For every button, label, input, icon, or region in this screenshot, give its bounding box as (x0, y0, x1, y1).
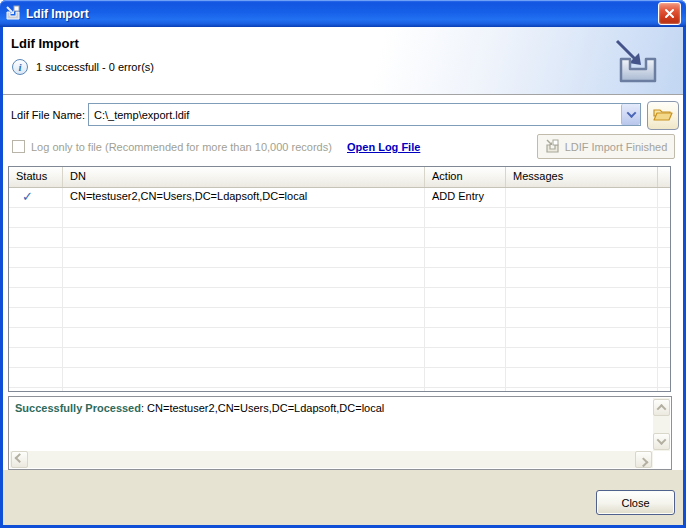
chevron-left-icon (15, 453, 25, 463)
empty-cell (658, 368, 670, 387)
results-table: Status DN Action Messages ✓ CN=testuser2… (8, 166, 671, 392)
column-header-dn[interactable]: DN (63, 167, 425, 187)
log-only-to-file-checkbox[interactable] (12, 140, 25, 153)
empty-cell (425, 208, 506, 227)
ldif-file-name-input[interactable] (89, 104, 621, 125)
close-icon[interactable] (658, 2, 681, 25)
table-row-empty (9, 328, 670, 348)
empty-cell (658, 388, 670, 392)
row-action-cell: ADD Entry (425, 188, 506, 207)
empty-cell (425, 368, 506, 387)
table-row-empty (9, 348, 670, 368)
empty-cell (9, 288, 63, 307)
empty-cell (9, 208, 63, 227)
empty-cell (63, 208, 425, 227)
chevron-down-icon (626, 108, 636, 118)
title-bar[interactable]: Ldif Import (0, 0, 686, 27)
empty-cell (506, 388, 658, 392)
result-log-panel: Successfully Processed: CN=testuser2,CN=… (8, 396, 672, 470)
empty-cell (63, 248, 425, 267)
table-body: ✓ CN=testuser2,CN=Users,DC=Ldapsoft,DC=l… (9, 188, 670, 392)
empty-cell (9, 248, 63, 267)
table-header: Status DN Action Messages (9, 167, 670, 188)
row-messages-cell (506, 188, 658, 207)
row-dn-cell: CN=testuser2,CN=Users,DC=Ldapsoft,DC=loc… (63, 188, 425, 207)
successfully-processed-label: Successfully Processed (15, 402, 141, 414)
ldif-import-banner-icon (611, 37, 665, 89)
table-row-empty (9, 228, 670, 248)
table-row-empty (9, 208, 670, 228)
empty-cell (9, 328, 63, 347)
chevron-down-icon (657, 435, 667, 445)
empty-cell (9, 268, 63, 287)
empty-cell (658, 248, 670, 267)
info-icon: i (12, 59, 28, 75)
empty-cell (506, 288, 658, 307)
empty-cell (658, 268, 670, 287)
table-row[interactable]: ✓ CN=testuser2,CN=Users,DC=Ldapsoft,DC=l… (9, 188, 670, 208)
open-log-file-link[interactable]: Open Log File (347, 141, 420, 153)
empty-cell (425, 348, 506, 367)
column-header-action[interactable]: Action (425, 167, 506, 187)
empty-cell (425, 308, 506, 327)
combo-dropdown-button[interactable] (621, 104, 640, 125)
column-header-filler (658, 167, 670, 187)
empty-cell (9, 388, 63, 392)
ldif-file-name-combo (88, 103, 641, 126)
header-banner: Ldif Import i 1 successfull - 0 error(s) (3, 27, 683, 94)
ldif-file-name-label: Ldif File Name: (11, 109, 85, 121)
row-filler-cell (658, 188, 670, 207)
empty-cell (9, 368, 63, 387)
empty-cell (63, 268, 425, 287)
empty-cell (425, 248, 506, 267)
processed-dn-text: : CN=testuser2,CN=Users,DC=Ldapsoft,DC=l… (141, 402, 384, 414)
empty-cell (9, 308, 63, 327)
ldif-import-dialog: Ldif Import Ldif Import i 1 successfull … (0, 0, 686, 528)
scroll-down-button[interactable] (653, 433, 670, 450)
table-row-empty (9, 368, 670, 388)
scroll-left-button[interactable] (11, 451, 28, 468)
ldif-import-window-icon (5, 5, 21, 23)
horizontal-scrollbar[interactable] (10, 451, 653, 468)
table-row-empty (9, 268, 670, 288)
empty-cell (425, 328, 506, 347)
empty-cell (506, 268, 658, 287)
empty-cell (506, 208, 658, 227)
empty-cell (425, 268, 506, 287)
import-finished-icon (545, 139, 560, 155)
open-folder-icon (653, 107, 673, 124)
scroll-right-button[interactable] (635, 451, 652, 468)
button-bar: Close (3, 470, 683, 525)
empty-cell (506, 368, 658, 387)
vertical-scrollbar[interactable] (653, 398, 670, 451)
column-header-messages[interactable]: Messages (506, 167, 658, 187)
log-only-to-file-label: Log only to file (Recommended for more t… (31, 141, 332, 153)
empty-cell (9, 348, 63, 367)
empty-cell (658, 348, 670, 367)
empty-cell (506, 308, 658, 327)
table-row-empty (9, 308, 670, 328)
status-message: 1 successfull - 0 error(s) (36, 61, 154, 73)
empty-cell (63, 328, 425, 347)
success-check-icon: ✓ (9, 188, 63, 207)
empty-cell (63, 368, 425, 387)
empty-cell (658, 288, 670, 307)
empty-cell (425, 228, 506, 247)
header-separator (3, 94, 683, 97)
empty-cell (63, 388, 425, 392)
chevron-up-icon (657, 404, 667, 414)
page-title: Ldif Import (11, 36, 79, 51)
browse-file-button[interactable] (647, 101, 679, 130)
column-header-status[interactable]: Status (9, 167, 63, 187)
dialog-content: Ldif Import i 1 successfull - 0 error(s) (3, 27, 683, 525)
empty-cell (506, 248, 658, 267)
empty-cell (506, 328, 658, 347)
table-row-empty (9, 248, 670, 268)
scroll-up-button[interactable] (653, 399, 670, 416)
empty-cell (658, 328, 670, 347)
table-row-empty (9, 388, 670, 392)
ldif-import-finished-button[interactable]: LDIF Import Finished (537, 134, 675, 159)
close-button[interactable]: Close (596, 490, 675, 515)
empty-cell (658, 208, 670, 227)
result-log-text: Successfully Processed: CN=testuser2,CN=… (15, 402, 384, 414)
